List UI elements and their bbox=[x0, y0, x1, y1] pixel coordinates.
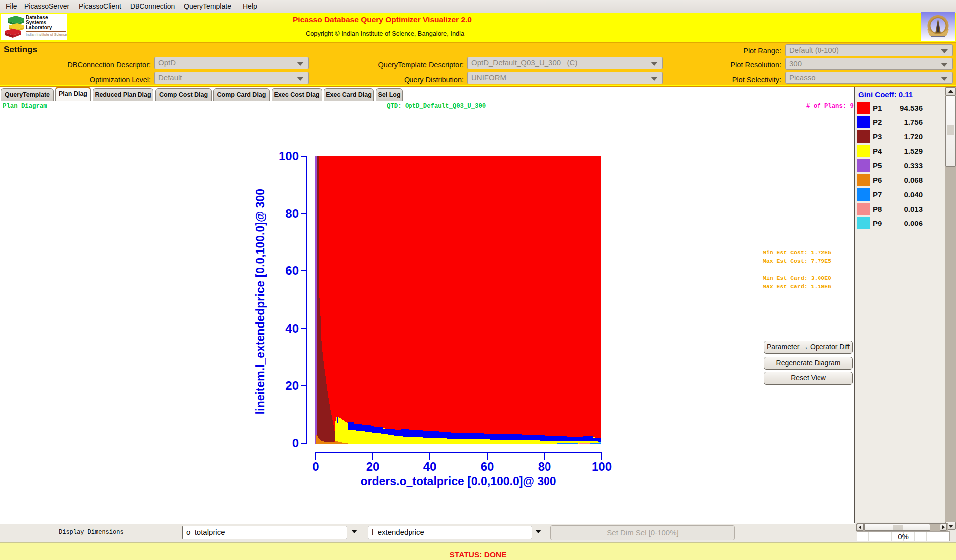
svg-text:Laboratory: Laboratory bbox=[26, 25, 52, 30]
svg-text:Indian Institute of Science: Indian Institute of Science bbox=[26, 32, 67, 37]
